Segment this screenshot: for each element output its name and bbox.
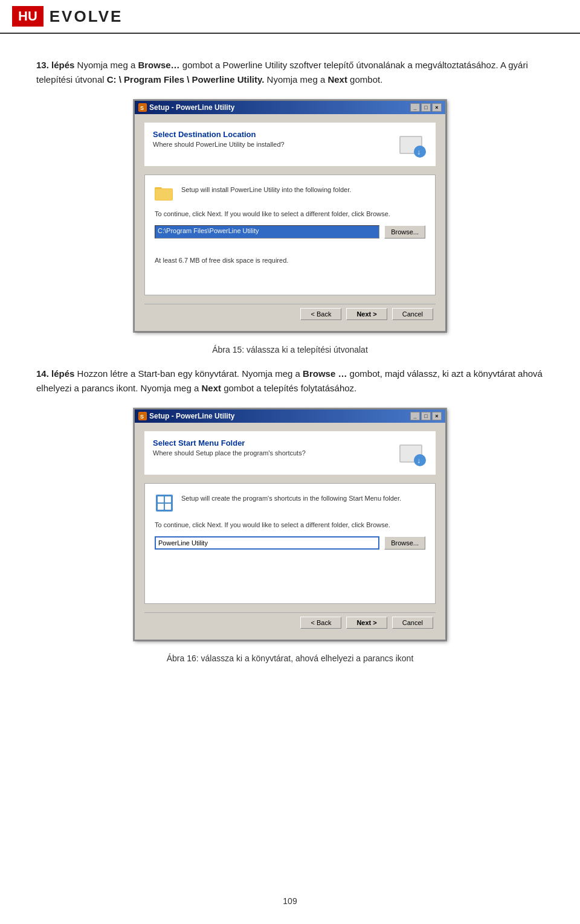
dialog1-title: Setup - PowerLine Utility	[149, 103, 234, 112]
dialog1-folder-text: Setup will install PowerLine Utility int…	[181, 185, 351, 195]
dialog2-screenshot: S Setup - PowerLine Utility _ □ × Select…	[133, 408, 447, 641]
step13-text: 13. lépés Nyomja meg a Browse… gombot a …	[36, 58, 544, 87]
step14-text: 14. lépés Hozzon létre a Start-ban egy k…	[36, 367, 544, 396]
dialog1-header-subtitle: Where should PowerLine Utility be instal…	[153, 141, 285, 148]
dialog1-controls: _ □ ×	[410, 103, 442, 112]
dialog1-path-input[interactable]: C:\Program Files\PowerLine Utility	[155, 225, 379, 239]
svg-rect-16	[158, 496, 164, 502]
dialog1-cancel-btn[interactable]: Cancel	[392, 308, 433, 320]
svg-rect-19	[165, 504, 171, 510]
caption1: Ábra 15: válassza ki a telepítési útvona…	[36, 345, 544, 355]
browse-bold: Browse…	[138, 60, 179, 70]
dialog2-body: Select Start Menu Folder Where should Se…	[135, 423, 445, 640]
dialog1-header-title: Select Destination Location	[153, 130, 285, 139]
dialog2-header-section: Select Start Menu Folder Where should Se…	[144, 431, 436, 475]
step13-label: 13. lépés	[36, 60, 74, 70]
svg-rect-17	[165, 496, 171, 502]
dialog1-footer: < Back Next > Cancel	[144, 304, 436, 322]
dialog1-next-btn[interactable]: Next >	[346, 308, 387, 320]
logo-hu: HU	[12, 6, 44, 27]
dialog1-path-row: C:\Program Files\PowerLine Utility Brows…	[155, 225, 425, 239]
dialog1-window: S Setup - PowerLine Utility _ □ × Select…	[134, 100, 446, 332]
next-bold-1: Next	[327, 74, 347, 85]
close-btn[interactable]: ×	[432, 103, 442, 112]
logo-evolve: EVOLVE	[50, 7, 123, 26]
dialog1-titlebar: S Setup - PowerLine Utility _ □ ×	[135, 101, 445, 114]
close-btn-2[interactable]: ×	[432, 412, 442, 420]
dialog1-header-section: Select Destination Location Where should…	[144, 123, 436, 166]
dialog2-header-icon: ↓	[398, 438, 427, 467]
minimize-btn-2[interactable]: _	[410, 412, 420, 420]
dialog2-content-area: Setup will create the program's shortcut…	[144, 483, 436, 604]
browse-bold-2: Browse …	[303, 368, 347, 379]
svg-text:↓: ↓	[417, 148, 420, 156]
main-content: 13. lépés Nyomja meg a Browse… gombot a …	[0, 34, 580, 711]
dialog2-header-subtitle: Where should Setup place the program's s…	[153, 449, 306, 457]
dialog2-browse-btn[interactable]: Browse...	[384, 536, 425, 550]
dialog1-browse-btn[interactable]: Browse...	[384, 225, 425, 239]
svg-rect-18	[158, 504, 164, 510]
dialog2-window: S Setup - PowerLine Utility _ □ × Select…	[134, 408, 446, 641]
dialog2-cancel-btn[interactable]: Cancel	[392, 617, 433, 629]
next-bold-2: Next	[201, 383, 221, 393]
svg-rect-8	[155, 189, 172, 200]
restore-btn-2[interactable]: □	[421, 412, 431, 420]
dialog2-path-input[interactable]: PowerLine Utility	[155, 536, 379, 550]
dialog1-continue-text: To continue, click Next. If you would li…	[155, 209, 425, 219]
dialog1-screenshot: S Setup - PowerLine Utility _ □ × Select…	[133, 99, 447, 333]
dialog2-title: Setup - PowerLine Utility	[149, 412, 234, 420]
dialog2-folder-text: Setup will create the program's shortcut…	[181, 493, 401, 504]
dialog1-titlebar-icon: S	[138, 103, 147, 112]
dialog1-body: Select Destination Location Where should…	[135, 114, 445, 331]
dialog1-content-area: Setup will install PowerLine Utility int…	[144, 175, 436, 295]
dialog2-header-title: Select Start Menu Folder	[153, 438, 306, 448]
svg-text:↓: ↓	[417, 457, 420, 465]
restore-btn[interactable]: □	[421, 103, 431, 112]
dialog2-back-btn[interactable]: < Back	[300, 617, 341, 629]
dialog2-controls: _ □ ×	[410, 412, 442, 420]
minimize-btn[interactable]: _	[410, 103, 420, 112]
svg-text:S: S	[140, 414, 144, 420]
dialog2-continue-text: To continue, click Next. If you would li…	[155, 520, 425, 530]
svg-text:S: S	[140, 105, 144, 111]
dialog1-diskspace: At least 6.7 MB of free disk space is re…	[155, 257, 425, 264]
start-menu-icon	[155, 493, 174, 513]
step14-label: 14. lépés	[36, 368, 74, 379]
dialog2-titlebar-icon: S	[138, 412, 147, 420]
dialog1-back-btn[interactable]: < Back	[300, 308, 341, 320]
dialog1-header-icon: ↓	[398, 130, 427, 159]
dialog2-next-btn[interactable]: Next >	[346, 617, 387, 629]
path-bold: C: \ Program Files \ Powerline Utility.	[107, 74, 265, 85]
caption2: Ábra 16: válassza ki a könyvtárat, ahová…	[36, 653, 544, 663]
dialog2-footer: < Back Next > Cancel	[144, 612, 436, 631]
folder-icon-1	[155, 185, 174, 202]
page-header: HU EVOLVE	[0, 0, 580, 34]
dialog2-path-row: PowerLine Utility Browse...	[155, 536, 425, 550]
dialog2-titlebar: S Setup - PowerLine Utility _ □ ×	[135, 409, 445, 423]
page-number: 109	[0, 896, 580, 906]
